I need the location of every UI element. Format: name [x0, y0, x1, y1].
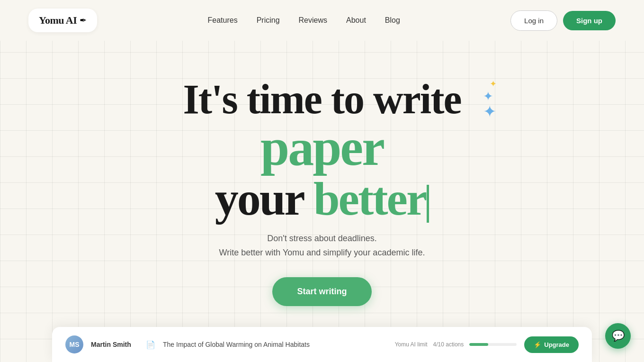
avatar-initials: MS: [70, 341, 80, 348]
ai-limit-label: Yomu AI limit: [395, 341, 428, 348]
upgrade-label: Upgrade: [544, 341, 569, 348]
avatar: MS: [65, 335, 83, 353]
document-icon: 📄: [146, 340, 155, 349]
upgrade-button[interactable]: ⚡ Upgrade: [524, 336, 579, 353]
ai-limit-section: Yomu AI limit 4/10 actions: [395, 341, 517, 348]
logo-icon: ✒: [80, 15, 87, 26]
progress-bar-fill: [469, 343, 488, 346]
hero-subtitle-1: Don't stress about deadlines.: [0, 231, 644, 246]
nav-links: Features Pricing Reviews About Blog: [208, 16, 400, 25]
nav-actions: Log in Sign up: [510, 10, 616, 31]
sparkle-blue-large-icon: ✦: [483, 102, 496, 121]
chat-icon: 💬: [612, 330, 625, 342]
hero-line3-prefix: your: [215, 172, 313, 225]
start-writing-button[interactable]: Start writing: [272, 277, 371, 306]
hero-title-line3-wrap: your better: [0, 175, 644, 223]
sparkle-yellow-icon: ✦: [490, 79, 497, 89]
navbar: Yomu AI ✒ Features Pricing Reviews About…: [0, 0, 644, 41]
nav-features[interactable]: Features: [208, 16, 238, 25]
ai-actions-count: 4/10 actions: [433, 341, 464, 348]
hero-title-line3: your better: [0, 175, 644, 223]
progress-bar-container: [469, 343, 517, 346]
hero-subtitle-2: Write better with Yomu and simplify your…: [0, 245, 644, 260]
login-button[interactable]: Log in: [510, 10, 557, 31]
document-title: The Impact of Global Warming on Animal H…: [163, 341, 387, 348]
hero-title-row: It's time to write ✦ ✦ ✦: [183, 79, 461, 120]
hero-line3-green: better: [313, 172, 426, 225]
logo-text: Yomu AI: [39, 14, 77, 27]
upgrade-icon: ⚡: [534, 341, 541, 348]
logo[interactable]: Yomu AI ✒: [28, 9, 97, 32]
nav-reviews[interactable]: Reviews: [299, 16, 327, 25]
hero-title-line1: It's time to write: [183, 79, 461, 120]
text-cursor: [427, 185, 429, 223]
hero-title-line2: paper: [0, 120, 644, 175]
nav-about[interactable]: About: [346, 16, 366, 25]
sparkles: ✦ ✦ ✦: [483, 79, 497, 121]
nav-pricing[interactable]: Pricing: [257, 16, 280, 25]
hero-section: It's time to write ✦ ✦ ✦ paper your bett…: [0, 41, 644, 306]
chat-button[interactable]: 💬: [605, 323, 631, 349]
bottom-bar: MS Martin Smith 📄 The Impact of Global W…: [52, 327, 592, 362]
signup-button[interactable]: Sign up: [563, 11, 616, 30]
nav-blog[interactable]: Blog: [385, 16, 400, 25]
hero-title-line2-wrap: paper: [0, 120, 644, 175]
user-name: Martin Smith: [91, 341, 138, 348]
